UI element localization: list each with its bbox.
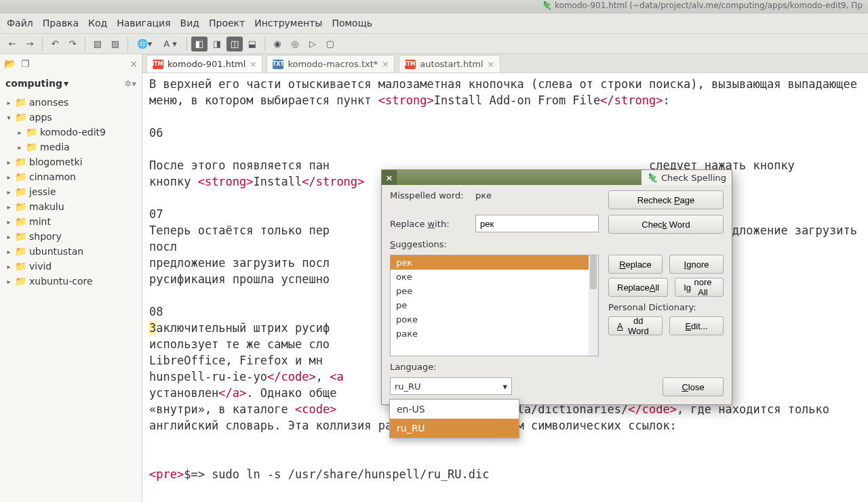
tree-item-vivid[interactable]: ▸📁vivid (3, 259, 139, 274)
stop-icon[interactable]: ◎ (287, 37, 303, 51)
close-icon[interactable]: × (382, 60, 389, 69)
suggestion-item[interactable]: оке (391, 270, 598, 284)
tab-komodo-901[interactable]: HTMLkomodo-901.html× (146, 55, 262, 72)
check-word-button[interactable]: Check Word (608, 215, 724, 234)
close-icon[interactable]: × (250, 60, 256, 69)
check-spelling-dialog: × 🦎Check Spelling Misspelled word: рке R… (381, 169, 732, 405)
suggestions-list[interactable]: рек оке рее ре роке раке (390, 255, 599, 356)
sidebar-root-label[interactable]: computing (5, 78, 62, 89)
replace-button[interactable]: Replace (608, 255, 663, 274)
menubar: Файл Правка Код Навигация Вид Проект Инс… (0, 14, 868, 34)
edit-dict-button[interactable]: Edit... (669, 316, 724, 335)
undo-icon[interactable]: ↶ (47, 37, 63, 51)
app-icon: 🦎 (542, 1, 552, 10)
close-icon[interactable]: × (488, 60, 494, 69)
browser-icon[interactable]: 🌐▾ (132, 37, 157, 51)
menu-edit[interactable]: Правка (43, 18, 79, 29)
replace-all-button[interactable]: Replace All (608, 278, 668, 297)
spellcheck-icon: 🦎 (647, 173, 658, 183)
suggestions-label: Suggestions: (390, 239, 447, 249)
chevron-down-icon[interactable]: ▾ (64, 78, 68, 89)
tree-item-komodo-edit9[interactable]: ▸📁komodo-edit9 (3, 125, 139, 140)
replace-with-label: Replace with: (390, 219, 470, 229)
panel-right-icon[interactable]: ◨ (209, 37, 225, 51)
repeat-icon[interactable]: ▢ (322, 37, 338, 51)
html-file-icon: HTML (405, 60, 416, 69)
txt-file-icon: TXT (273, 60, 283, 69)
tree-item-shpory[interactable]: ▸📁shpory (3, 229, 139, 244)
window-title: komodo-901.html (~data/project/alv.me/co… (555, 1, 863, 10)
add-word-button[interactable]: Add Word (608, 316, 663, 335)
replace-with-input[interactable] (475, 215, 599, 232)
misspelled-label: Misspelled word: (390, 190, 470, 201)
nav-fwd-icon[interactable]: → (22, 37, 38, 51)
folder-icon[interactable]: 📂 (4, 58, 16, 69)
tree-item-media[interactable]: ▸📁media (3, 140, 139, 154)
dialog-title: Check Spelling (661, 173, 726, 183)
menu-file[interactable]: Файл (7, 18, 33, 29)
misspelled-value: рке (475, 190, 492, 201)
tree-item-anonses[interactable]: ▸📁anonses (3, 95, 139, 110)
nav-back-icon[interactable]: ← (4, 37, 20, 51)
record-icon[interactable]: ◉ (269, 37, 285, 51)
tab-komodo-macros[interactable]: TXTkomodo-macros.txt*× (267, 55, 395, 72)
toolbar: ← → ↶ ↷ ▧ ▨ 🌐▾ A ▾ ◧ ◨ ◫ ⬓ ◉ ◎ ▷ ▢ (0, 34, 868, 54)
save-all-icon[interactable]: ▨ (107, 37, 123, 51)
menu-help[interactable]: Помощь (332, 18, 372, 29)
panel-split-icon[interactable]: ◫ (226, 37, 243, 51)
suggestion-item[interactable]: роке (391, 312, 598, 327)
copy-icon[interactable]: ❐ (21, 58, 30, 69)
tree-item-jessie[interactable]: ▸📁jessie (3, 184, 139, 199)
window-titlebar: 🦎 komodo-901.html (~data/project/alv.me/… (0, 0, 868, 14)
ignore-all-button[interactable]: Ignore All (675, 278, 724, 297)
editor-tabs: HTMLkomodo-901.html× TXTkomodo-macros.tx… (142, 54, 868, 73)
close-button[interactable]: Close (663, 377, 724, 396)
tree-item-mint[interactable]: ▸📁mint (3, 214, 139, 229)
menu-project[interactable]: Проект (209, 18, 245, 29)
font-icon[interactable]: A ▾ (158, 37, 182, 51)
suggestion-item[interactable]: рек (391, 255, 598, 270)
ignore-button[interactable]: Ignore (669, 255, 724, 274)
tree-item-ubuntustan[interactable]: ▸📁ubuntustan (3, 244, 139, 259)
language-select[interactable]: ru_RU▾ (390, 377, 512, 395)
redo-icon[interactable]: ↷ (64, 37, 81, 51)
suggestion-item[interactable]: раке (391, 327, 598, 341)
play-icon[interactable]: ▷ (304, 37, 321, 51)
language-label: Language: (390, 362, 724, 372)
chevron-down-icon: ▾ (502, 381, 507, 392)
suggestion-item[interactable]: ре (391, 298, 598, 312)
tree-item-blogometki[interactable]: ▸📁blogometki (3, 154, 139, 169)
scrollbar[interactable] (589, 255, 598, 356)
menu-view[interactable]: Вид (180, 18, 199, 29)
menu-code[interactable]: Код (88, 18, 107, 29)
tree-item-cinnamon[interactable]: ▸📁cinnamon (3, 169, 139, 184)
panel-left-icon[interactable]: ◧ (191, 37, 208, 51)
language-dropdown[interactable]: en-US ru_RU (389, 399, 519, 438)
recheck-page-button[interactable]: Recheck Page (608, 190, 724, 209)
dialog-close-icon[interactable]: × (382, 170, 397, 185)
personal-dict-label: Personal Dictionary: (608, 302, 724, 312)
lang-option-ru[interactable]: ru_RU (390, 419, 519, 438)
menu-nav[interactable]: Навигация (117, 18, 170, 29)
html-file-icon: HTML (153, 60, 163, 69)
save-icon[interactable]: ▧ (90, 37, 106, 51)
tree-item-apps[interactable]: ▾📁apps (3, 110, 139, 125)
sidebar-close-icon[interactable]: × (130, 58, 138, 69)
panel-bottom-icon[interactable]: ⬓ (244, 37, 260, 51)
sidebar: 📂 ❐ × computing ▾ ✲▾ ▸📁anonses▾📁apps▸📁ko… (0, 54, 142, 502)
tree-item-makulu[interactable]: ▸📁makulu (3, 199, 139, 214)
tree-item-xubuntu-core[interactable]: ▸📁xubuntu-core (3, 274, 139, 289)
file-tree[interactable]: ▸📁anonses▾📁apps▸📁komodo-edit9▸📁media▸📁bl… (0, 93, 142, 290)
menu-tools[interactable]: Инструменты (254, 18, 322, 29)
lang-option-en[interactable]: en-US (390, 400, 519, 419)
gear-icon[interactable]: ✲▾ (125, 79, 136, 89)
suggestion-item[interactable]: рее (391, 284, 598, 298)
tab-autostart[interactable]: HTMLautostart.html× (399, 55, 500, 72)
